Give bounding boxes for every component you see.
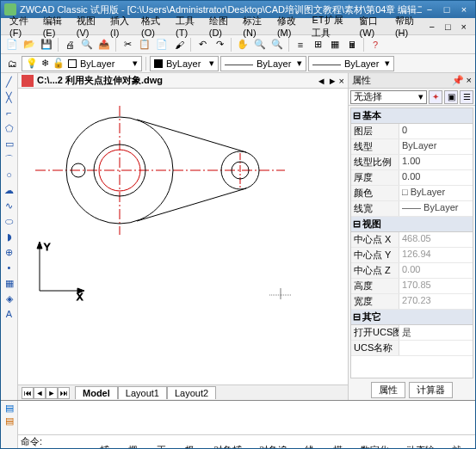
prop-value[interactable]: 0.00 — [399, 170, 473, 185]
prop-row[interactable]: 打开UCS图标是 — [351, 325, 473, 341]
doc-minimize-button[interactable]: − — [423, 22, 439, 32]
prop-value[interactable]: 170.85 — [399, 279, 473, 293]
block-icon[interactable]: ⊕ — [3, 245, 16, 259]
undo-icon[interactable]: ↶ — [195, 37, 210, 52]
paste-icon[interactable]: 📄 — [154, 37, 170, 52]
prop-row[interactable]: 线型ByLayer — [351, 139, 473, 155]
tab-first-icon[interactable]: ⏮ — [22, 387, 34, 399]
prop-value[interactable]: 1.00 — [399, 155, 473, 169]
document-tab[interactable]: C:\...2 利用夹点拉伸对象.dwg ◄ ► × — [18, 73, 348, 89]
tab-next-icon[interactable]: ► — [46, 387, 58, 399]
layout2-tab[interactable]: Layout2 — [167, 386, 216, 399]
zoom-icon[interactable]: 🔍 — [252, 37, 268, 52]
help-icon[interactable]: ? — [368, 37, 383, 52]
ellipsearc-icon[interactable]: ◗ — [3, 230, 16, 243]
designcenter-icon[interactable]: ⊞ — [310, 37, 325, 52]
xline-icon[interactable]: ╳ — [3, 90, 16, 104]
prop-value[interactable]: ByLayer — [399, 139, 473, 154]
preview-icon[interactable]: 🔍 — [79, 37, 95, 52]
prop-value[interactable] — [399, 341, 473, 355]
menu-window[interactable]: 窗口(W) — [354, 15, 389, 38]
pickadd-icon[interactable]: ▣ — [444, 90, 458, 104]
rect-icon[interactable]: ▭ — [3, 137, 16, 151]
match-icon[interactable]: 🖌 — [171, 37, 187, 52]
prop-group[interactable]: ⊟ 基本 — [351, 108, 473, 124]
color-combo[interactable]: ByLayer▾ — [150, 56, 219, 71]
prop-tab-properties[interactable]: 属性 — [371, 382, 405, 398]
maximize-button[interactable]: □ — [439, 3, 454, 15]
drawing-canvas[interactable]: YX — [18, 89, 348, 384]
revcloud-icon[interactable]: ☁ — [3, 183, 16, 197]
prop-group[interactable]: ⊟ 其它 — [351, 310, 473, 325]
doc-restore-button[interactable]: □ — [440, 22, 456, 32]
prop-row[interactable]: 图层0 — [351, 124, 473, 139]
tab-right-icon[interactable]: ► — [328, 76, 337, 86]
cut-icon[interactable]: ✂ — [120, 37, 135, 52]
prop-row[interactable]: UCS名称 — [351, 341, 473, 356]
prop-row[interactable]: 高度170.85 — [351, 279, 473, 294]
line-icon[interactable]: ╱ — [3, 75, 16, 89]
open-icon[interactable]: 📂 — [22, 37, 37, 52]
prop-row[interactable]: 中心点 Y126.94 — [351, 248, 473, 263]
tab-last-icon[interactable]: ⏭ — [58, 387, 70, 399]
prop-row[interactable]: 颜色□ ByLayer — [351, 186, 473, 201]
menu-tools[interactable]: 工具(T) — [170, 15, 204, 38]
menu-file[interactable]: 文件(F) — [4, 15, 38, 38]
minimize-button[interactable]: − — [422, 3, 437, 15]
tab-left-icon[interactable]: ◄ — [317, 76, 326, 86]
prop-row[interactable]: 厚度0.00 — [351, 170, 473, 186]
prop-value[interactable]: —— ByLayer — [399, 201, 473, 216]
save-icon[interactable]: 💾 — [39, 37, 54, 52]
point-icon[interactable]: • — [3, 261, 16, 274]
hatch-icon[interactable]: ▦ — [3, 276, 16, 290]
menu-format[interactable]: 格式(O) — [136, 15, 170, 38]
prop-row[interactable]: 中心点 X468.05 — [351, 232, 473, 248]
menu-dim[interactable]: 标注(N) — [238, 15, 272, 38]
calculator-icon[interactable]: 🖩 — [344, 37, 360, 52]
print-icon[interactable]: 🖨 — [62, 37, 77, 52]
layer-prop-icon[interactable]: 🗂 — [4, 56, 20, 71]
redo-icon[interactable]: ↷ — [212, 37, 227, 52]
cmd-btn1-icon[interactable]: ▤ — [5, 403, 14, 414]
toolpalette-icon[interactable]: ▦ — [327, 37, 343, 52]
lineweight-combo[interactable]: ———ByLayer▾ — [308, 56, 394, 71]
pline-icon[interactable]: ⌐ — [3, 106, 16, 120]
prop-tab-calc[interactable]: 计算器 — [409, 382, 453, 398]
prop-row[interactable]: 线宽—— ByLayer — [351, 201, 473, 217]
cmd-btn2-icon[interactable]: ▤ — [5, 415, 14, 427]
panel-close-icon[interactable]: × — [467, 75, 472, 85]
prop-value[interactable]: 468.05 — [399, 232, 473, 247]
publish-icon[interactable]: 📤 — [96, 37, 112, 52]
tab-close-icon[interactable]: × — [339, 76, 344, 86]
menu-edit[interactable]: 编辑(E) — [38, 15, 71, 38]
command-log[interactable] — [18, 401, 475, 434]
menu-ext[interactable]: ET扩展工具 — [306, 14, 354, 40]
menu-insert[interactable]: 插入(I) — [105, 15, 136, 38]
text-icon[interactable]: A — [3, 307, 16, 321]
menu-modify[interactable]: 修改(M) — [272, 15, 307, 38]
polygon-icon[interactable]: ⬠ — [3, 121, 16, 135]
close-button[interactable]: × — [456, 3, 472, 15]
prop-row[interactable]: 线型比例1.00 — [351, 155, 473, 170]
circle-icon[interactable]: ○ — [3, 168, 16, 181]
spline-icon[interactable]: ∿ — [3, 199, 16, 212]
prop-row[interactable]: 中心点 Z0.00 — [351, 263, 473, 279]
menu-view[interactable]: 视图(V) — [71, 15, 105, 38]
layer-combo[interactable]: 💡❄🔓ByLayer▾ — [22, 56, 142, 71]
new-icon[interactable]: 📄 — [4, 37, 20, 52]
panel-pin-icon[interactable]: 📌 — [452, 75, 464, 85]
quickselect-icon[interactable]: ✦ — [429, 90, 442, 104]
menu-draw[interactable]: 绘图(D) — [204, 15, 238, 38]
selectobj-icon[interactable]: ☰ — [460, 90, 473, 104]
layout1-tab[interactable]: Layout1 — [118, 386, 167, 399]
prop-value[interactable]: 0 — [399, 124, 473, 138]
menu-help[interactable]: 帮助(H) — [390, 15, 424, 38]
copy-icon[interactable]: 📋 — [137, 37, 152, 52]
linetype-combo[interactable]: ———ByLayer▾ — [220, 56, 306, 71]
pan-icon[interactable]: ✋ — [235, 37, 250, 52]
prop-value[interactable]: 0.00 — [399, 263, 473, 278]
arc-icon[interactable]: ⌒ — [3, 152, 16, 166]
ellipse-icon[interactable]: ⬭ — [3, 214, 16, 228]
zoom-prev-icon[interactable]: 🔍 — [269, 37, 285, 52]
prop-value[interactable]: 是 — [399, 325, 473, 340]
